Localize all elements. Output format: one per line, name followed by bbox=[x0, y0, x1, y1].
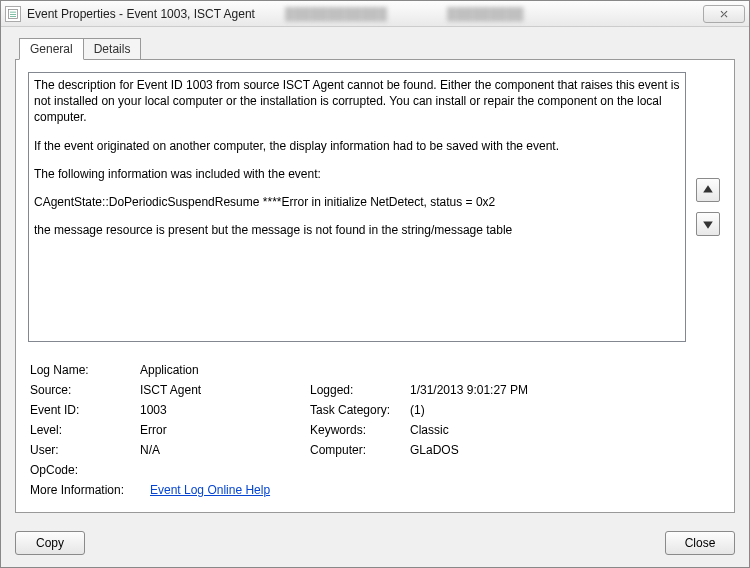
event-properties-window: Event Properties - Event 1003, ISCT Agen… bbox=[0, 0, 750, 568]
desc-paragraph: The following information was included w… bbox=[34, 166, 680, 182]
nav-arrows bbox=[694, 72, 722, 342]
eventid-label: Event ID: bbox=[30, 400, 140, 420]
keywords-label: Keywords: bbox=[310, 420, 410, 440]
tab-general[interactable]: General bbox=[19, 38, 84, 60]
arrow-down-icon bbox=[702, 218, 714, 230]
dialog-footer: Copy Close bbox=[1, 523, 749, 567]
tabpage-general: The description for Event ID 1003 from s… bbox=[15, 59, 735, 513]
copy-button[interactable]: Copy bbox=[15, 531, 85, 555]
logname-value: Application bbox=[140, 360, 310, 380]
level-label: Level: bbox=[30, 420, 140, 440]
logged-value: 1/31/2013 9:01:27 PM bbox=[410, 380, 528, 400]
event-fields: Log Name: Application Source: ISCT Agent… bbox=[28, 360, 722, 500]
level-value: Error bbox=[140, 420, 310, 440]
computer-label: Computer: bbox=[310, 440, 410, 460]
window-title: Event Properties - Event 1003, ISCT Agen… bbox=[27, 7, 255, 21]
source-value: ISCT Agent bbox=[140, 380, 310, 400]
titlebar: Event Properties - Event 1003, ISCT Agen… bbox=[1, 1, 749, 27]
button-label: Copy bbox=[36, 536, 64, 550]
window-icon bbox=[5, 6, 21, 22]
source-label: Source: bbox=[30, 380, 140, 400]
desc-paragraph: The description for Event ID 1003 from s… bbox=[34, 77, 680, 126]
computer-value: GLaDOS bbox=[410, 440, 459, 460]
desc-paragraph: CAgentState::DoPeriodicSuspendResume ***… bbox=[34, 194, 680, 210]
blurred-text: █████████ bbox=[447, 7, 524, 21]
next-event-button[interactable] bbox=[696, 212, 720, 236]
svg-rect-2 bbox=[10, 14, 16, 15]
event-description-box[interactable]: The description for Event ID 1003 from s… bbox=[28, 72, 686, 342]
svg-rect-3 bbox=[10, 16, 16, 17]
close-button[interactable]: Close bbox=[665, 531, 735, 555]
logname-label: Log Name: bbox=[30, 360, 140, 380]
keywords-value: Classic bbox=[410, 420, 449, 440]
svg-rect-1 bbox=[10, 11, 16, 12]
tab-label: General bbox=[30, 42, 73, 56]
event-log-online-help-link[interactable]: Event Log Online Help bbox=[150, 483, 270, 497]
tab-details[interactable]: Details bbox=[83, 38, 142, 60]
blurred-text: ████████████ bbox=[285, 7, 387, 21]
taskcategory-value: (1) bbox=[410, 400, 425, 420]
desc-paragraph: If the event originated on another compu… bbox=[34, 138, 680, 154]
opcode-label: OpCode: bbox=[30, 460, 140, 480]
close-icon: ⤫ bbox=[719, 7, 729, 21]
window-close-button[interactable]: ⤫ bbox=[703, 5, 745, 23]
arrow-up-icon bbox=[702, 184, 714, 196]
taskcategory-label: Task Category: bbox=[310, 400, 410, 420]
logged-label: Logged: bbox=[310, 380, 410, 400]
content-area: General Details The description for Even… bbox=[1, 27, 749, 523]
eventid-value: 1003 bbox=[140, 400, 310, 420]
moreinfo-label: More Information: bbox=[30, 480, 150, 500]
tab-strip: General Details bbox=[15, 38, 735, 60]
user-label: User: bbox=[30, 440, 140, 460]
button-label: Close bbox=[685, 536, 716, 550]
previous-event-button[interactable] bbox=[696, 178, 720, 202]
user-value: N/A bbox=[140, 440, 310, 460]
desc-paragraph: the message resource is present but the … bbox=[34, 222, 680, 238]
tab-label: Details bbox=[94, 42, 131, 56]
opcode-value bbox=[140, 460, 310, 480]
